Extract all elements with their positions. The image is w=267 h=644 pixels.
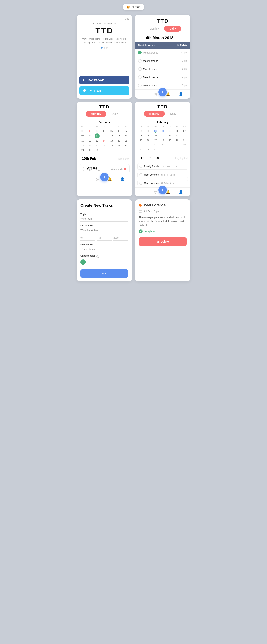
date-month-input[interactable] (97, 236, 112, 240)
cal-day-today[interactable]: 10 (94, 134, 100, 138)
cal-day-r[interactable]: 17 (152, 138, 159, 142)
list-nav-icon[interactable]: ☰ (142, 92, 146, 96)
user-icon-cr[interactable]: 👤 (179, 190, 183, 194)
cal-day-r[interactable]: 05 (166, 129, 174, 133)
cal-day-r[interactable]: 14 (181, 134, 188, 138)
cal-day-r[interactable]: 29 (137, 147, 144, 151)
user-nav-icon[interactable]: 👤 (179, 92, 183, 96)
cal-day-r[interactable]: 12 (166, 134, 174, 138)
facebook-button[interactable]: f FACEBOOK (79, 76, 129, 84)
cal-day-r[interactable]: 25 (159, 142, 166, 147)
list-icon-cr[interactable]: ☰ (142, 190, 146, 194)
cal-day-r[interactable]: 21 (181, 138, 188, 142)
user-icon-cl[interactable]: 👤 (120, 177, 124, 181)
cal-day-r[interactable]: 10 (152, 134, 159, 138)
cal-day[interactable]: 01 (79, 129, 86, 133)
cal-day[interactable]: 23 (86, 143, 94, 148)
cal-day[interactable]: 04 (101, 129, 108, 133)
cal-day[interactable]: 21 (122, 139, 130, 143)
cal-day[interactable]: 09 (86, 134, 94, 138)
cal-day-r[interactable]: 19 (166, 138, 174, 142)
cal-day-r[interactable]: 08 (137, 134, 144, 138)
color-picker[interactable] (80, 260, 86, 265)
cal-day[interactable]: 30 (86, 148, 94, 152)
description-input[interactable] (80, 228, 128, 233)
cal-day[interactable]: 24 (94, 143, 101, 148)
cal-day-r[interactable]: 27 (174, 142, 181, 147)
cal-day[interactable]: 02 (86, 129, 94, 133)
cal-day[interactable]: 28 (122, 143, 130, 148)
cal-day[interactable]: 20 (115, 139, 122, 143)
cal-day[interactable]: 16 (86, 139, 94, 143)
toggle-daily-btn[interactable]: Daily (164, 26, 181, 32)
notification-field: Notification (80, 243, 128, 252)
toggle-monthly-btn[interactable]: Monthly (144, 26, 164, 32)
skip-button[interactable]: Skip (124, 18, 129, 20)
cal-day-r[interactable]: 23 (144, 142, 152, 147)
cal-day-r[interactable]: 24 (152, 142, 159, 147)
cal-day-r[interactable]: 04 (159, 129, 166, 133)
cal-day-r[interactable]: 30 (144, 147, 152, 151)
cal-day-r[interactable]: 11 (159, 134, 166, 138)
fab-add-button-cr[interactable]: + (158, 186, 167, 194)
cal-day[interactable]: 11 (101, 134, 108, 138)
cal-day-r[interactable]: 15 (137, 138, 144, 142)
add-task-button[interactable]: ADD (80, 270, 128, 278)
cal-left-monthly-btn[interactable]: Monthly (86, 111, 106, 117)
cal-day-r[interactable]: 13 (174, 134, 181, 138)
cal-day-r[interactable]: 06 (174, 129, 181, 133)
fab-add-button[interactable]: + (158, 88, 167, 96)
cal-day[interactable]: 17 (94, 139, 101, 143)
cal-day[interactable]: 22 (79, 143, 86, 148)
cal-day-r[interactable]: 28 (181, 142, 188, 147)
cal-day[interactable]: 18 (101, 139, 108, 143)
cal-day[interactable]: 15 (79, 139, 86, 143)
cal-day[interactable]: 06 (115, 129, 122, 133)
cal-day-r[interactable]: 02 (144, 129, 152, 133)
cal-day[interactable]: 12 (108, 134, 115, 138)
date-year-input[interactable] (114, 236, 128, 240)
view-details-link[interactable]: View details (111, 168, 123, 170)
clock-nav-icon[interactable]: ◷ (154, 92, 157, 96)
twitter-button[interactable]: TWITTER (79, 86, 129, 95)
cal-day[interactable]: 29 (79, 148, 86, 152)
wd-su-r: Su (181, 125, 188, 128)
cal-day[interactable]: 13 (115, 134, 122, 138)
cal-day[interactable]: 08 (79, 134, 86, 138)
main-grid: Skip Hi there! Welcome to TTD Very simpl… (77, 15, 190, 282)
cal-day-r[interactable]: 26 (166, 142, 174, 147)
cal-day[interactable]: 31 (94, 148, 101, 152)
cal-day-r[interactable]: 22 (137, 142, 144, 147)
topic-input[interactable] (80, 216, 128, 222)
cal-day[interactable]: 25 (101, 143, 108, 148)
cal-day-r[interactable]: 20 (174, 138, 181, 142)
notification-input[interactable] (80, 247, 128, 252)
cal-day[interactable]: 27 (115, 143, 122, 148)
cal-day[interactable]: 14 (122, 134, 130, 138)
trash-icon[interactable]: 🗑 (124, 167, 127, 170)
cal-day-r[interactable]: 01 (137, 129, 144, 133)
cal-right-monthly-btn[interactable]: Monthly (144, 111, 165, 117)
fab-add-button-cl[interactable]: + (100, 173, 108, 181)
cal-day-r[interactable]: 16 (144, 138, 152, 142)
cal-day-r[interactable]: 03 (152, 129, 159, 133)
clock-icon-cr[interactable]: ◷ (154, 190, 157, 194)
cal-right-daily-btn[interactable]: Daily (165, 111, 181, 117)
cal-day-r[interactable]: 09 (144, 134, 152, 138)
cal-day-r[interactable]: 18 (159, 138, 166, 142)
cal-day[interactable]: 03 (94, 129, 101, 133)
header-delete-button[interactable]: 🗑 Delete (176, 44, 187, 47)
clock-icon-cl[interactable]: ◷ (96, 177, 99, 181)
cal-left-daily-btn[interactable]: Daily (106, 111, 123, 117)
cal-day[interactable]: 19 (108, 139, 115, 143)
cal-day[interactable]: 26 (108, 143, 115, 148)
list-icon-cl[interactable]: ☰ (84, 177, 87, 181)
cal-day-r[interactable]: 31 (152, 147, 159, 151)
delete-task-button[interactable]: 🗑 Delete (139, 237, 186, 246)
choose-color-label: Choose color (80, 254, 95, 257)
date-day-input[interactable] (80, 236, 95, 240)
cal-day[interactable]: 07 (122, 129, 130, 133)
cal-day-r[interactable]: 07 (181, 129, 188, 133)
cal-day[interactable]: 05 (108, 129, 115, 133)
twitter-label: TWITTER (88, 89, 101, 92)
